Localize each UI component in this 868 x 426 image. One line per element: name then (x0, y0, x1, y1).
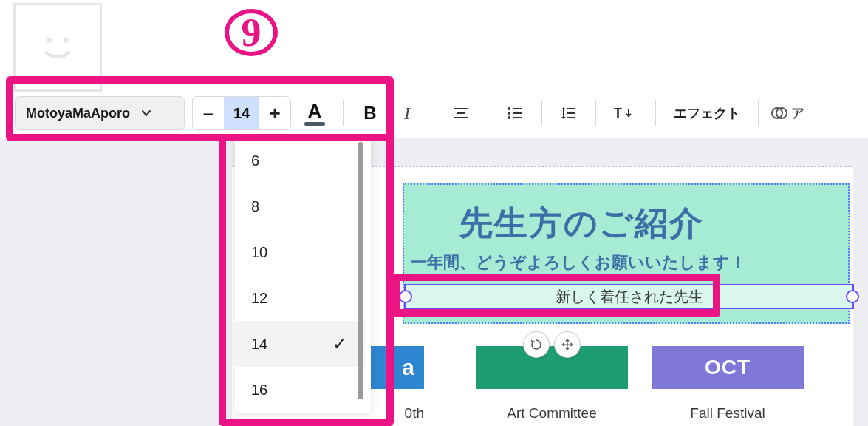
effects-button[interactable]: エフェクト (668, 96, 746, 130)
element-handles (523, 331, 581, 358)
font-size-option[interactable]: 16 (235, 367, 365, 413)
bold-button[interactable]: B (355, 96, 385, 130)
svg-point-7 (508, 112, 510, 115)
smiley-placeholder (13, 3, 102, 92)
font-size-option[interactable]: 8 (235, 183, 365, 229)
font-size-option[interactable]: 10 (235, 229, 365, 275)
font-size-option-label: 10 (251, 244, 267, 261)
rotate-handle-icon[interactable] (523, 331, 550, 358)
annotation-number: 9 (242, 13, 262, 53)
list-button[interactable] (500, 96, 530, 130)
toolbar-divider (434, 100, 434, 126)
text-transform-button[interactable]: T (608, 96, 643, 130)
tile-caption-partial: 0th (405, 405, 424, 422)
tile-caption: Art Committee (507, 405, 596, 422)
spacing-button[interactable] (554, 96, 584, 130)
animate-label-partial: ア (791, 104, 804, 122)
month-tiles-row: a 0th Art Committee OCT Fall Festival (363, 346, 804, 422)
hero-subtitle: 一年間、どうぞよろしくお願いいたします！ (356, 251, 800, 274)
font-size-option-label: 6 (251, 152, 259, 169)
font-size-option[interactable]: 6 (235, 138, 365, 183)
svg-point-5 (508, 107, 510, 110)
text-color-button[interactable]: A (298, 96, 331, 130)
hero-title: 先生方のご紹介 (360, 201, 804, 246)
font-size-stepper: – 14 + (192, 96, 291, 130)
toolbar-divider (655, 100, 656, 126)
toolbar-divider (343, 100, 344, 126)
chevron-down-icon (140, 107, 152, 119)
month-label: OCT (705, 356, 751, 379)
move-handle-icon[interactable] (554, 331, 581, 358)
month-tile[interactable]: OCT Fall Festival (652, 346, 804, 422)
font-size-option-label: 8 (251, 198, 259, 215)
animate-button[interactable]: ア (770, 96, 804, 130)
svg-point-0 (47, 38, 52, 43)
font-size-option-label: 12 (251, 290, 267, 307)
font-size-increase-button[interactable]: + (259, 97, 290, 129)
vertical-text-icon: T (614, 104, 638, 122)
font-family-name: MotoyaMaAporo (26, 106, 130, 121)
font-size-option-label: 16 (251, 382, 267, 399)
font-size-option[interactable]: 12 (235, 275, 365, 321)
italic-button[interactable]: I (392, 96, 422, 130)
font-size-value[interactable]: 14 (224, 97, 259, 129)
hero-section[interactable]: 先生方のご紹介 一年間、どうぞよろしくお願いいたします！ 新しく着任された先生 (403, 183, 850, 324)
toolbar-divider (595, 100, 596, 126)
toolbar-divider (488, 100, 488, 126)
smiley-icon (32, 21, 83, 73)
selected-textbox-text: 新しく着任された先生 (556, 287, 703, 307)
month-label-partial: a (402, 355, 415, 380)
text-toolbar: MotoyaMaAporo – 14 + A B I (15, 92, 868, 134)
text-color-swatch (304, 122, 325, 126)
font-size-dropdown: 6 8 10 12 14 ✓ 16 (235, 138, 371, 413)
line-spacing-icon (560, 104, 578, 122)
dropdown-scrollbar[interactable] (358, 142, 363, 399)
month-tile[interactable]: Art Committee (476, 346, 628, 422)
circles-icon (770, 104, 788, 122)
align-center-icon (452, 104, 470, 122)
svg-point-1 (64, 38, 69, 43)
toolbar-divider (758, 100, 759, 126)
svg-point-9 (508, 116, 510, 119)
svg-text:T: T (614, 106, 622, 121)
selected-textbox[interactable]: 新しく着任された先生 (404, 284, 854, 309)
font-size-option-selected[interactable]: 14 ✓ (235, 321, 365, 367)
align-button[interactable] (446, 96, 476, 130)
check-icon: ✓ (332, 334, 347, 354)
bullet-list-icon (506, 104, 524, 122)
font-size-option-label: 14 (251, 336, 267, 353)
tile-caption: Fall Festival (690, 405, 765, 422)
font-size-decrease-button[interactable]: – (193, 97, 224, 129)
annotation-step-9: 9 (220, 1, 282, 64)
font-family-select[interactable]: MotoyaMaAporo (15, 96, 185, 130)
toolbar-divider (541, 100, 542, 126)
text-color-letter: A (308, 101, 322, 121)
